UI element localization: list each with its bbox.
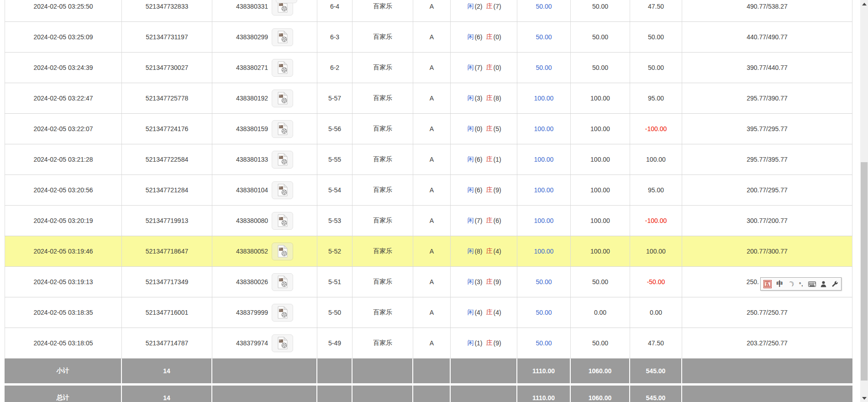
bet-amount-cell: 50.00 [517, 328, 571, 358]
table-row: 2024-02-05 03:19:46521347718647438380052… [5, 236, 852, 267]
video-replay-button[interactable] [272, 273, 293, 291]
video-replay-button[interactable] [272, 304, 293, 322]
round-cell: 6-2 [317, 53, 352, 83]
summary-bet-total-cell: 1110.00 [517, 386, 571, 402]
player-result-label: 闲 [467, 247, 473, 255]
player-result-label: 闲 [467, 125, 473, 133]
bet-time-cell: 2024-02-05 03:21:28 [5, 144, 122, 175]
game-type-cell: 百家乐 [352, 0, 413, 21]
banker-score: (9) [494, 339, 501, 347]
player-score: (4) [474, 309, 482, 316]
cutoff-video-button-above[interactable] [276, 0, 297, 3]
video-replay-button[interactable] [272, 120, 293, 138]
banker-score: (9) [494, 278, 501, 286]
player-score: (8) [474, 248, 482, 255]
game-id-cell: 438380104 [212, 175, 317, 205]
scrollbar-up-arrow[interactable] [860, 0, 868, 8]
result-cell: 闲(4)庄(4) [451, 297, 517, 328]
bet-amount-link[interactable]: 50.00 [536, 64, 552, 71]
banker-result-label: 庄 [486, 308, 493, 317]
chinese-english-mode-icon[interactable]: 中 [777, 280, 784, 289]
bet-amount-link[interactable]: 50.00 [536, 278, 552, 286]
video-replay-button[interactable] [272, 243, 293, 260]
game-type-cell: 百家乐 [352, 206, 413, 236]
settings-wrench-icon[interactable] [831, 280, 838, 289]
banker-result-label: 庄 [486, 125, 493, 133]
wubi-ime-logo-icon[interactable]: 五 [763, 280, 772, 289]
bet-amount-link[interactable]: 100.00 [534, 95, 554, 102]
table-cell: A [413, 144, 451, 175]
order-id-cell: 521347717349 [122, 267, 212, 297]
player-result-label: 闲 [467, 2, 473, 11]
game-type-cell: 百家乐 [352, 22, 413, 52]
summary-row-grand-total: 总计141110.001060.00545.00 [5, 386, 852, 402]
soft-keyboard-icon[interactable] [808, 280, 816, 289]
valid-amount-cell: 50.00 [571, 0, 630, 21]
order-id-cell: 521347732833 [122, 0, 212, 21]
game-id-value: 438379999 [236, 309, 268, 316]
summary-empty-cell [451, 359, 517, 383]
summary-empty-cell [352, 359, 413, 383]
summary-empty-cell [413, 359, 451, 383]
game-id-value: 438380271 [236, 64, 268, 71]
scrollbar-thumb[interactable] [861, 162, 868, 381]
bet-amount-link[interactable]: 50.00 [536, 33, 552, 41]
game-id-value: 438380104 [236, 186, 268, 194]
valid-amount-cell: 100.00 [571, 83, 630, 113]
valid-amount-cell: 100.00 [571, 236, 630, 266]
summary-label-cell: 总计 [5, 386, 122, 402]
video-replay-button[interactable] [272, 212, 293, 230]
bet-amount-link[interactable]: 100.00 [534, 217, 554, 224]
video-replay-button[interactable] [272, 181, 293, 199]
game-id-value: 438380133 [236, 156, 268, 163]
bet-time-cell: 2024-02-05 03:19:46 [5, 236, 122, 266]
video-replay-icon [277, 31, 289, 43]
banker-result-label: 庄 [486, 63, 493, 72]
balance-cell: 390.77/440.77 [682, 53, 852, 83]
result-cell: 闲(7)庄(6) [451, 206, 517, 236]
vertical-scrollbar[interactable] [860, 0, 868, 402]
table-row: 2024-02-05 03:21:28521347722584438380133… [5, 144, 852, 175]
win-loss-cell: -100.00 [630, 206, 682, 236]
win-loss-cell: 0.00 [630, 297, 682, 328]
game-id-cell: 438380192 [212, 83, 317, 113]
bet-amount-link[interactable]: 50.00 [536, 3, 552, 10]
round-cell: 5-50 [317, 297, 352, 328]
bet-amount-link[interactable]: 100.00 [534, 156, 554, 163]
player-result-label: 闲 [467, 94, 473, 102]
video-replay-button[interactable] [272, 151, 293, 169]
video-replay-button[interactable] [272, 90, 293, 107]
scrollbar-down-arrow[interactable] [860, 394, 868, 402]
bet-amount-link[interactable]: 50.00 [536, 309, 552, 316]
full-half-width-moon-icon[interactable]: ☽ [788, 280, 794, 289]
banker-score: (6) [494, 217, 501, 224]
game-id-value: 438380026 [236, 278, 268, 286]
order-id-cell: 521347718647 [122, 236, 212, 266]
bet-amount-link[interactable]: 100.00 [534, 186, 554, 194]
bet-amount-cell: 100.00 [517, 236, 571, 266]
order-id-cell: 521347725778 [122, 83, 212, 113]
player-result-label: 闲 [467, 217, 473, 225]
punctuation-mode-icon[interactable]: °, [799, 280, 803, 289]
bet-amount-link[interactable]: 100.00 [534, 248, 554, 255]
bet-amount-cell: 50.00 [517, 53, 571, 83]
win-loss-cell: -50.00 [630, 267, 682, 297]
game-id-cell: 438380159 [212, 114, 317, 144]
banker-score: (8) [494, 95, 501, 102]
video-replay-button[interactable] [272, 28, 293, 46]
player-score: (7) [474, 217, 482, 224]
bet-amount-link[interactable]: 100.00 [534, 125, 554, 132]
player-result-label: 闲 [467, 278, 473, 286]
game-type-cell: 百家乐 [352, 53, 413, 83]
order-id-cell: 521347719913 [122, 206, 212, 236]
video-replay-button[interactable] [272, 334, 293, 352]
game-type-cell: 百家乐 [352, 114, 413, 144]
player-result-label: 闲 [467, 155, 473, 164]
balance-cell: 490.77/538.27 [682, 0, 852, 21]
video-replay-button[interactable] [272, 59, 293, 77]
player-result-label: 闲 [467, 186, 473, 194]
player-score: (2) [474, 3, 482, 10]
bet-amount-link[interactable]: 50.00 [536, 339, 552, 347]
user-icon[interactable] [821, 280, 826, 289]
bet-amount-cell: 50.00 [517, 0, 571, 21]
